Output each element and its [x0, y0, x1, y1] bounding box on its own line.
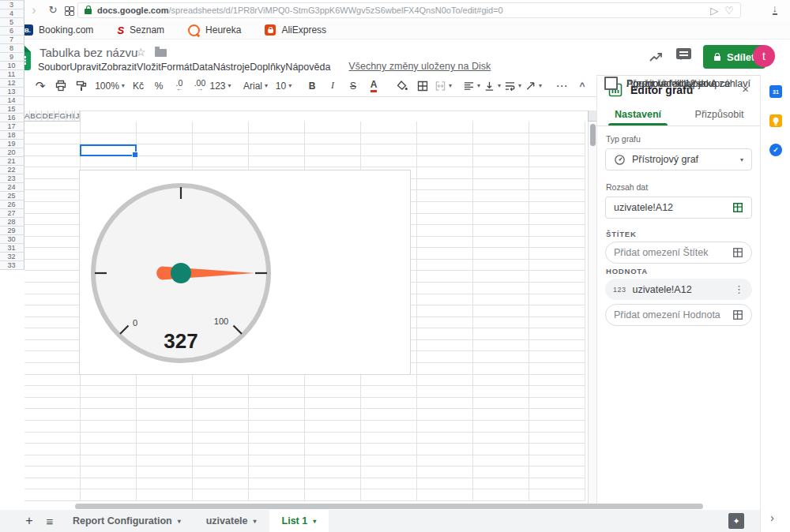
bookmark-heureka[interactable]: Heureka [188, 24, 241, 36]
row-header[interactable]: 20 [0, 148, 24, 157]
column-header[interactable]: B [30, 111, 36, 122]
row-header[interactable]: 16 [0, 114, 24, 122]
borders-button[interactable] [412, 77, 433, 95]
insights-icon[interactable] [648, 49, 664, 65]
add-sheet-button[interactable]: + [19, 510, 40, 532]
all-sheets-menu-icon[interactable]: ≡ [40, 510, 60, 532]
sheet-tab[interactable]: uzivatele ▾ [194, 510, 269, 532]
menu-item[interactable]: Vložit [137, 62, 161, 73]
row-header[interactable]: 13 [0, 88, 24, 96]
column-header[interactable]: G [59, 111, 66, 122]
row-header[interactable]: 26 [0, 200, 24, 209]
print-button[interactable] [51, 77, 71, 95]
increase-decimal-button[interactable]: .00→ [190, 77, 210, 95]
text-wrap-button[interactable]: ▾ [502, 77, 523, 95]
bold-button[interactable]: B [302, 77, 322, 95]
select-range-icon[interactable] [732, 202, 743, 213]
explore-button[interactable]: ✦ [728, 513, 744, 529]
row-header[interactable]: 33 [0, 261, 24, 270]
format-percent-button[interactable]: % [149, 77, 169, 95]
row-header[interactable]: 1234567891011121314151617181920212223242… [0, 122, 24, 133]
formula-bar[interactable]: fx [0, 97, 596, 111]
menu-item[interactable]: Zobrazit [101, 62, 137, 73]
menu-item[interactable]: Nástroje [213, 62, 250, 73]
row-header[interactable]: 5 [0, 18, 24, 27]
comment-history-icon[interactable] [676, 48, 691, 59]
row-header[interactable]: 23 [0, 174, 24, 183]
row-header[interactable]: 15 [0, 105, 24, 114]
font-select[interactable]: Arial▾ [239, 77, 265, 95]
bookmark-booking[interactable]: B. Booking.com [22, 24, 93, 36]
merge-cells-button[interactable]: ▾ [433, 77, 453, 95]
row-header[interactable]: 17 [0, 122, 24, 131]
avatar[interactable]: t [753, 45, 775, 67]
row-header[interactable]: 25 [0, 192, 24, 200]
kebab-menu-icon[interactable]: ⋮ [734, 283, 744, 295]
gauge-chart[interactable]: 0 100 327 [79, 170, 411, 375]
column-header[interactable]: H [66, 111, 73, 122]
font-size-select[interactable]: 10▾ [273, 77, 294, 95]
save-status-link[interactable]: Všechny změny uloženy na Disk [348, 61, 491, 72]
checkbox[interactable] [604, 77, 618, 90]
format-currency-button[interactable]: Kč [128, 77, 149, 95]
row-header[interactable]: 19 [0, 140, 24, 148]
star-icon[interactable]: ☆ [136, 46, 146, 58]
paint-format-button[interactable] [71, 77, 92, 95]
more-formats-button[interactable]: 123▾ [210, 77, 231, 95]
row-header[interactable]: 12 [0, 79, 24, 88]
sheet-tab[interactable]: List 1 ▾ [269, 510, 329, 532]
row-header[interactable]: 3 [0, 1, 24, 9]
add-label-field[interactable]: Přidat omezení Štítek [605, 242, 752, 264]
zoom-select[interactable]: 100%▾ [100, 77, 120, 95]
row-header[interactable]: 21 [0, 157, 24, 166]
vertical-scrollbar-thumb[interactable] [590, 124, 596, 146]
italic-button[interactable]: I [322, 77, 343, 95]
horizontal-align-button[interactable]: ▾ [461, 77, 482, 95]
row-header[interactable]: 8 [0, 44, 24, 53]
column-header[interactable]: F [55, 111, 60, 122]
column-header[interactable]: ABCDEFGHIJ [24, 111, 81, 122]
panel-tab[interactable]: Přizpůsobit [679, 103, 760, 126]
text-rotation-button[interactable]: ▾ [523, 77, 544, 95]
vertical-align-button[interactable]: ▾ [482, 77, 502, 95]
bookmark-aliexpress[interactable]: AliExpress [265, 24, 326, 36]
row-header[interactable]: 27 [0, 209, 24, 218]
download-icon[interactable]: ↓ [773, 3, 778, 15]
calendar-icon[interactable]: 31 [769, 85, 782, 98]
bookmark-heart-icon[interactable]: ♡ [724, 5, 734, 17]
redo-button[interactable]: ↷ [30, 77, 51, 95]
row-header[interactable]: 29 [0, 227, 24, 235]
add-value-field[interactable]: Přidat omezení Hodnota [605, 304, 752, 326]
row-header[interactable]: 30 [0, 235, 24, 244]
menu-item[interactable]: Doplňky [250, 62, 285, 73]
chart-type-select[interactable]: Přístrojový graf ▾ [605, 148, 752, 170]
column-header[interactable]: E [48, 111, 54, 122]
select-range-icon[interactable] [732, 247, 743, 258]
speed-dial-icon[interactable] [65, 6, 73, 14]
row-header[interactable]: 14 [0, 96, 24, 105]
row-header[interactable]: 4 [0, 9, 24, 18]
reload-icon[interactable]: ↻ [44, 1, 62, 20]
row-header[interactable]: 7 [0, 36, 24, 44]
row-header[interactable]: 28 [0, 218, 24, 227]
menu-item[interactable]: Soubor [38, 62, 70, 73]
menu-item[interactable]: Data [192, 62, 213, 73]
more-toolbar-button[interactable]: ⋯ [551, 77, 572, 95]
row-header[interactable]: 11 [0, 70, 24, 79]
address-bar[interactable]: docs.google.com/spreadsheets/d/1PR8rViMP… [77, 2, 741, 18]
value-chip[interactable]: 123 uzivatele!A12 ⋮ [605, 279, 752, 300]
checkbox-row[interactable]: Agregovat sloupec A [604, 77, 717, 90]
row-header[interactable]: 9 [0, 53, 24, 62]
row-header[interactable]: 32 [0, 253, 24, 261]
row-header[interactable]: 22 [0, 166, 24, 174]
forward-icon[interactable]: › [25, 1, 43, 20]
decrease-decimal-button[interactable]: .0← [169, 77, 190, 95]
menu-item[interactable]: Nápověda [285, 62, 330, 73]
column-header[interactable]: A [24, 111, 30, 122]
row-header[interactable]: 10 [0, 62, 24, 70]
menu-item[interactable]: Formát [161, 62, 193, 73]
row-header[interactable]: 6 [0, 27, 24, 36]
selected-cell[interactable] [80, 144, 137, 157]
row-header[interactable]: 18 [0, 131, 24, 140]
horizontal-scrollbar-thumb[interactable] [75, 504, 703, 509]
